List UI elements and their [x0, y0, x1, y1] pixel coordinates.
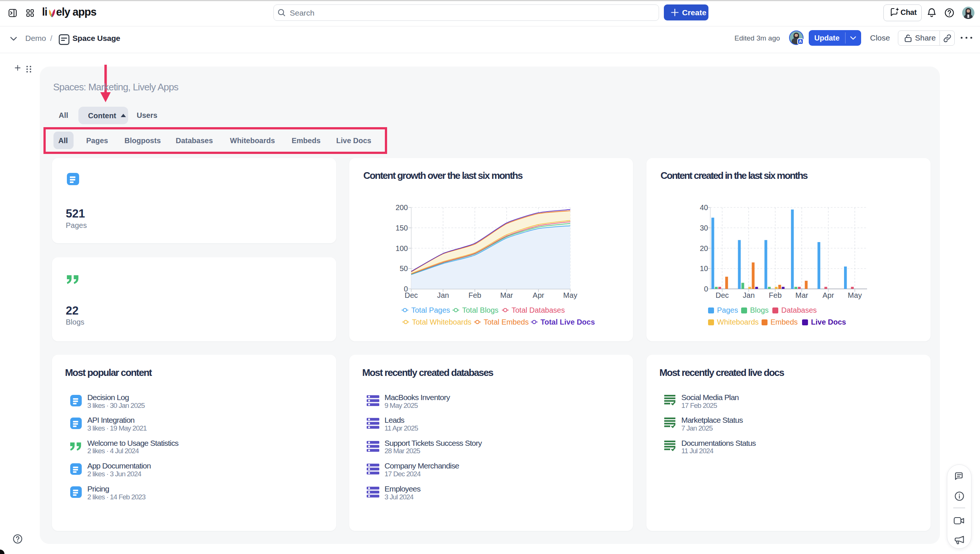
svg-text:Jan: Jan [437, 291, 449, 299]
svg-text:Embeds: Embeds [770, 318, 798, 326]
svg-text:Mar: Mar [500, 291, 514, 299]
svg-text:Apr: Apr [533, 291, 544, 299]
svg-text:Blogs: Blogs [750, 306, 768, 314]
svg-text:20: 20 [700, 244, 708, 252]
svg-text:Whiteboards: Whiteboards [717, 318, 759, 326]
svg-text:Total Databases: Total Databases [512, 306, 565, 314]
svg-text:Total Pages: Total Pages [411, 306, 450, 314]
svg-text:Total Embeds: Total Embeds [484, 318, 529, 326]
svg-text:Mar: Mar [795, 291, 808, 299]
svg-text:0: 0 [704, 285, 708, 293]
svg-text:Total Live Docs: Total Live Docs [541, 318, 595, 326]
svg-text:Dec: Dec [716, 291, 729, 299]
svg-text:Total Whiteboards: Total Whiteboards [412, 318, 471, 326]
svg-text:May: May [563, 291, 577, 299]
svg-text:100: 100 [396, 244, 408, 252]
svg-text:50: 50 [400, 264, 408, 273]
svg-text:Pages: Pages [717, 306, 738, 314]
svg-text:Databases: Databases [781, 306, 817, 314]
svg-text:Apr: Apr [822, 291, 834, 299]
svg-text:30: 30 [700, 224, 708, 232]
svg-text:Live Docs: Live Docs [811, 318, 846, 326]
svg-text:200: 200 [396, 203, 408, 212]
svg-text:40: 40 [700, 203, 708, 212]
svg-text:Feb: Feb [769, 291, 782, 299]
svg-text:Dec: Dec [404, 291, 418, 299]
svg-text:Total Blogs: Total Blogs [462, 306, 498, 314]
svg-text:150: 150 [396, 224, 408, 232]
svg-text:May: May [848, 291, 862, 299]
svg-text:Jan: Jan [743, 291, 754, 299]
svg-text:Feb: Feb [468, 291, 481, 299]
svg-text:10: 10 [700, 264, 708, 273]
